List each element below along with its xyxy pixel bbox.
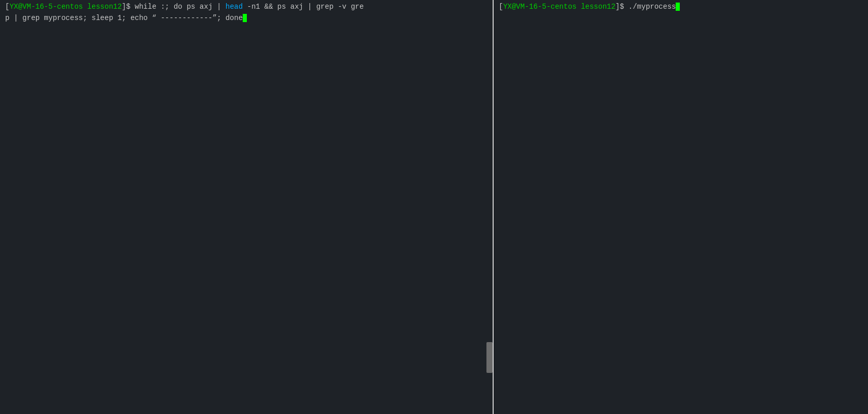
- right-prompt-bracket-close: ]$: [616, 3, 628, 11]
- left-line-2: p | grep myprocess; sleep 1; echo “ ----…: [2, 12, 491, 24]
- left-prompt-bracket-close: ]$: [122, 3, 135, 11]
- terminal-container: [YX@VM-16-5-centos lesson12]$ while :; d…: [0, 0, 868, 414]
- left-line-1: [YX@VM-16-5-centos lesson12]$ while :; d…: [2, 1, 491, 12]
- right-command-1: ./myprocess: [628, 3, 676, 11]
- right-line-1: [YX@VM-16-5-centos lesson12]$ ./myproces…: [496, 1, 866, 12]
- head-keyword: head: [226, 3, 243, 11]
- left-prompt-user: YX@VM-16-5-centos lesson12: [9, 3, 121, 11]
- left-command-1: while :; do ps axj |: [135, 3, 225, 11]
- terminal-pane-left[interactable]: [YX@VM-16-5-centos lesson12]$ while :; d…: [0, 0, 494, 414]
- right-prompt-user: YX@VM-16-5-centos lesson12: [503, 3, 615, 11]
- terminal-pane-right[interactable]: [YX@VM-16-5-centos lesson12]$ ./myproces…: [494, 0, 868, 414]
- left-command-1b: -n1 && ps axj | grep -v gre: [243, 3, 364, 11]
- left-pane-content: [YX@VM-16-5-centos lesson12]$ while :; d…: [0, 0, 493, 25]
- right-pane-content: [YX@VM-16-5-centos lesson12]$ ./myproces…: [494, 0, 868, 13]
- right-cursor: [676, 3, 680, 11]
- left-command-2: p | grep myprocess; sleep 1; echo “ ----…: [5, 14, 243, 22]
- scrollbar-thumb[interactable]: [486, 342, 493, 373]
- left-cursor: [243, 14, 247, 22]
